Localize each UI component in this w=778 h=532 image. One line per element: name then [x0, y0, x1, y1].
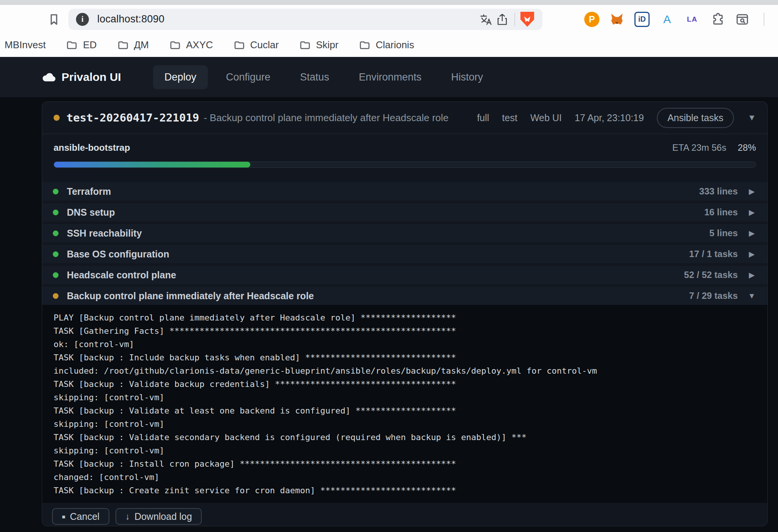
expand-chevron-icon[interactable]: ▶	[747, 229, 757, 238]
expand-chevron-icon[interactable]: ▶	[747, 270, 757, 279]
run-id: test-20260417-221019	[66, 111, 199, 124]
stage-detail: 333 lines	[699, 186, 738, 197]
bookmark-label: ED	[83, 39, 96, 51]
metamask-extension-icon[interactable]	[609, 12, 625, 27]
stage-label: SSH reachability	[67, 228, 142, 239]
stage-row-base-os[interactable]: Base OS configuration 17 / 1 tasks ▶	[42, 245, 767, 263]
log-line: changed: [control-vm]	[54, 470, 756, 484]
polkadot-extension-icon[interactable]: P	[584, 12, 599, 27]
cancel-button[interactable]: ■ Cancel	[52, 508, 109, 525]
folder-icon	[234, 39, 245, 51]
log-line: TASK [backup : Create zinit service for …	[54, 484, 756, 497]
url-text[interactable]: localhost:8090	[97, 13, 164, 25]
progress-eta: ETA 23m 56s	[672, 142, 726, 153]
stage-row-headscale[interactable]: Headscale control plane 52 / 52 tasks ▶	[42, 266, 767, 284]
progress-label: ansible-bootstrap	[54, 142, 130, 153]
id-extension-icon[interactable]: iD	[634, 12, 650, 27]
expand-chevron-icon[interactable]: ▶	[747, 187, 757, 196]
ansible-tasks-button[interactable]: Ansible tasks	[657, 108, 734, 128]
meta-env: test	[502, 112, 517, 123]
log-line: TASK [backup : Validate backup credentia…	[54, 377, 756, 391]
site-info-icon[interactable]: i	[76, 13, 89, 26]
bookmark-label: MBInvest	[5, 39, 46, 51]
app-page: Privalon UI Deploy Configure Status Envi…	[0, 57, 778, 532]
bookmark-folder-axyc[interactable]: AXYC	[169, 39, 213, 51]
expand-chevron-icon[interactable]: ▶	[747, 249, 757, 259]
ansible-log-output[interactable]: PLAY [Backup control plane immediately a…	[42, 305, 767, 503]
translate-icon[interactable]	[477, 11, 494, 28]
tab-status[interactable]: Status	[289, 65, 341, 89]
a-extension-icon[interactable]: A	[659, 12, 675, 27]
side-panel-search-icon[interactable]	[735, 12, 750, 27]
log-line: skipping: [control-vm]	[54, 444, 756, 457]
collapse-caret-icon[interactable]: ▼	[748, 113, 756, 123]
bookmark-label: AXYC	[186, 39, 213, 51]
download-log-button[interactable]: ↓ Download log	[115, 508, 202, 525]
app-navbar: Privalon UI Deploy Configure Status Envi…	[0, 57, 778, 97]
stop-icon: ■	[62, 513, 65, 520]
meta-mode: full	[477, 112, 489, 123]
bookmarks-bar: MBInvest ED ДМ AXYC Cuclar Skipr Clarion…	[0, 33, 778, 57]
bookmark-folder-cuclar[interactable]: Cuclar	[234, 39, 279, 51]
progress-percent: 28%	[738, 142, 756, 153]
log-line: PLAY [Backup control plane immediately a…	[54, 311, 756, 324]
meta-timestamp: 17 Apr, 23:10:19	[575, 112, 644, 123]
expand-chevron-icon[interactable]: ▶	[747, 208, 757, 217]
cloud-icon	[42, 71, 55, 83]
bookmark-folder-ed[interactable]: ED	[66, 39, 96, 51]
la-extension-icon[interactable]: LA	[685, 12, 700, 27]
nav-tabs: Deploy Configure Status Environments His…	[153, 65, 495, 89]
browser-toolbar: i localhost:8090 P iD A LA	[0, 5, 778, 33]
download-label: Download log	[134, 511, 192, 522]
stage-label: Base OS configuration	[67, 249, 169, 260]
stage-status-dot	[53, 293, 59, 299]
folder-icon	[359, 39, 370, 51]
stage-row-dns-setup[interactable]: DNS setup 16 lines ▶	[42, 203, 767, 221]
stage-detail: 7 / 29 tasks	[689, 290, 738, 301]
cancel-label: Cancel	[70, 511, 100, 522]
tab-history[interactable]: History	[440, 65, 494, 89]
folder-icon	[169, 39, 181, 51]
log-line: TASK [backup : Include backup tasks when…	[54, 351, 756, 364]
stage-label: Terraform	[67, 186, 111, 197]
download-icon: ↓	[125, 511, 130, 522]
extensions-puzzle-icon[interactable]	[710, 12, 725, 27]
stage-row-backup[interactable]: Backup control plane immediately after H…	[42, 287, 767, 305]
share-icon[interactable]	[494, 11, 511, 28]
address-bar[interactable]: i localhost:8090	[68, 9, 542, 30]
folder-icon	[299, 39, 311, 51]
tab-environments[interactable]: Environments	[347, 65, 433, 89]
stage-status-dot	[53, 189, 59, 194]
stage-detail: 52 / 52 tasks	[684, 270, 738, 280]
bookmark-mbinvest[interactable]: MBInvest	[5, 39, 46, 51]
tab-configure[interactable]: Configure	[215, 65, 282, 89]
run-actions: ■ Cancel ↓ Download log	[42, 503, 767, 525]
window-top-strip	[0, 0, 778, 5]
log-line: skipping: [control-vm]	[54, 417, 756, 431]
stage-row-terraform[interactable]: Terraform 333 lines ▶	[42, 182, 767, 200]
stage-status-dot	[53, 251, 59, 257]
collapse-chevron-icon[interactable]: ▼	[747, 292, 757, 300]
deployment-card: test-20260417-221019 - Backup control pl…	[42, 101, 768, 526]
brave-shield-icon[interactable]	[519, 11, 536, 28]
progress-bar-fill	[54, 162, 250, 167]
stage-label: Headscale control plane	[67, 270, 176, 281]
log-line: ok: [control-vm]	[54, 338, 756, 351]
bookmark-folder-clarionis[interactable]: Clarionis	[359, 39, 414, 51]
progress-section: ansible-bootstrap ETA 23m 56s 28%	[42, 134, 767, 178]
bookmark-flag-icon[interactable]	[46, 11, 62, 28]
bookmark-label: ДМ	[134, 39, 149, 51]
bookmark-label: Cuclar	[250, 39, 279, 51]
run-header: test-20260417-221019 - Backup control pl…	[42, 102, 767, 134]
brand: Privalon UI	[42, 71, 121, 84]
bookmark-folder-skipr[interactable]: Skipr	[299, 39, 338, 51]
stage-row-ssh-reachability[interactable]: SSH reachability 5 lines ▶	[42, 224, 767, 242]
log-line: skipping: [control-vm]	[54, 391, 756, 404]
log-line: TASK [backup : Validate secondary backen…	[54, 431, 756, 444]
stage-status-dot	[53, 272, 59, 278]
bookmark-folder-dm[interactable]: ДМ	[117, 39, 149, 51]
stage-detail: 17 / 1 tasks	[689, 249, 738, 259]
tab-deploy[interactable]: Deploy	[153, 65, 208, 89]
run-description: - Backup control plane immediately after…	[204, 112, 449, 124]
folder-icon	[66, 39, 77, 51]
